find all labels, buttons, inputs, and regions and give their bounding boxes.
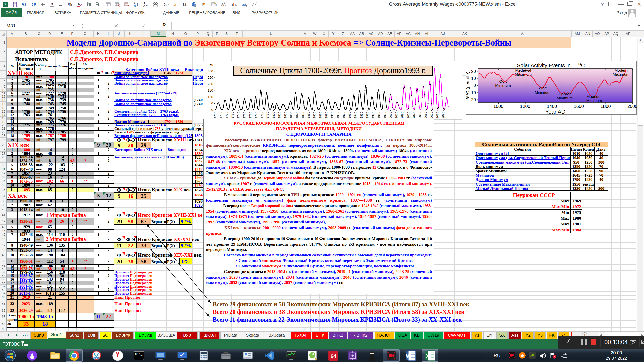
- svg-text:00:13:04: 00:13:04: [604, 339, 628, 345]
- svg-text:64: 64: [331, 353, 336, 359]
- svg-text:C:\_: C:\_: [135, 353, 143, 356]
- svg-text:X: X: [426, 353, 429, 359]
- svg-text:W: W: [406, 353, 410, 359]
